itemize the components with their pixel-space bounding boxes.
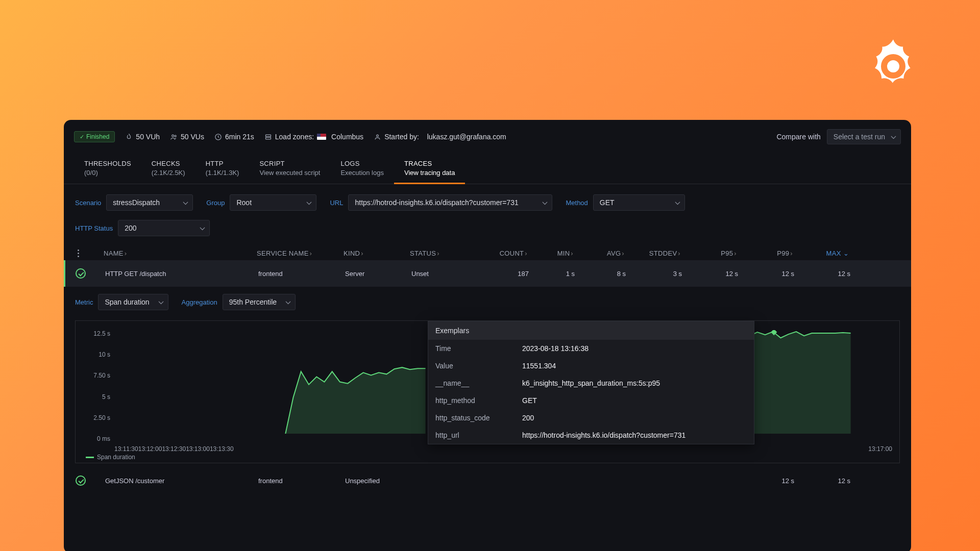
user-icon [374,133,381,141]
metric-dropdown[interactable]: Span duration [98,294,168,310]
us-flag-icon [317,134,326,140]
scenario-label: Scenario [75,199,101,207]
check-circle-icon [76,475,86,486]
method-dropdown[interactable]: GET [593,194,685,211]
svg-rect-3 [265,135,271,137]
chart[interactable]: 12.5 s 10 s 7.50 s 5 s 2.50 s 0 ms 13:11… [75,320,900,463]
col-name[interactable]: NAME [104,249,257,257]
table-menu-icon[interactable] [74,249,82,257]
method-label: Method [566,199,587,207]
top-bar: Finished 50 VUh 50 VUs 6min 21s Load zon… [64,120,911,154]
vus-stat: 50 VUs [170,133,204,141]
tooltip-header: Exemplars [428,321,754,340]
group-label: Group [206,199,225,207]
col-avg[interactable]: AVG [573,249,624,257]
table-header: NAME SERVICE NAME KIND STATUS COUNT MIN … [64,246,911,260]
tab-checks[interactable]: CHECKS(2.1K/2.5K) [141,154,195,184]
svg-point-1 [175,135,176,137]
col-count[interactable]: COUNT [471,249,527,257]
sort-desc-icon: ⌄ [843,249,849,257]
tab-thresholds[interactable]: THRESHOLDS(0/0) [74,154,141,184]
metric-label: Metric [75,298,93,306]
compare-with-label: Compare with [776,133,820,141]
scenario-dropdown[interactable]: stressDispatch [106,194,193,211]
http-status-dropdown[interactable]: 200 [118,220,210,236]
server-icon [264,133,272,141]
url-label: URL [330,199,343,207]
status-badge: Finished [74,131,115,142]
x-axis: 13:11:30 13:12:00 13:12:30 13:13:00 13:1… [114,445,892,453]
svg-rect-4 [265,137,271,139]
started-by: Started by: lukasz.gut@grafana.com [374,133,506,141]
col-min[interactable]: MIN [527,249,573,257]
url-dropdown[interactable]: https://hotrod-insights.k6.io/dispatch?c… [348,194,552,211]
grafana-logo [863,36,924,97]
users-icon [170,133,178,141]
svg-point-5 [377,135,379,137]
http-status-label: HTTP Status [75,224,113,232]
duration-stat: 6min 21s [214,133,254,141]
chart-tooltip: Exemplars Time2023-08-18 13:16:38 Value1… [428,321,754,444]
vuh-stat: 50 VUh [125,133,160,141]
group-dropdown[interactable]: Root [230,194,316,211]
y-axis: 12.5 s 10 s 7.50 s 5 s 2.50 s 0 ms [80,330,110,442]
tab-logs[interactable]: LOGSExecution logs [330,154,394,184]
tabs: THRESHOLDS(0/0) CHECKS(2.1K/2.5K) HTTP(1… [64,154,911,184]
tab-http[interactable]: HTTP(1.1K/1.3K) [195,154,250,184]
col-max[interactable]: MAX ⌄ [793,249,849,257]
svg-point-0 [172,135,174,137]
filter-bar: Scenario stressDispatch Group Root URL h… [64,184,911,246]
chart-legend: Span duration [86,454,135,461]
flame-icon [125,133,133,141]
col-p95[interactable]: P95 [680,249,737,257]
clock-icon [214,133,222,141]
select-test-run-dropdown[interactable]: Select a test run [827,129,901,144]
table-row[interactable]: GetJSON /customer frontend Unspecified 1… [64,467,911,494]
aggregation-dropdown[interactable]: 95th Percentile [223,294,296,310]
col-status[interactable]: STATUS [410,249,471,257]
metric-bar: Metric Span duration Aggregation 95th Pe… [64,287,911,317]
table-row[interactable]: HTTP GET /dispatch frontend Server Unset… [64,260,911,287]
col-p99[interactable]: P99 [737,249,793,257]
aggregation-label: Aggregation [182,298,217,306]
app-window: Finished 50 VUh 50 VUs 6min 21s Load zon… [64,120,911,551]
tab-script[interactable]: SCRIPTView executed script [249,154,330,184]
col-service[interactable]: SERVICE NAME [257,249,344,257]
tab-traces[interactable]: TRACESView tracing data [394,154,465,184]
col-stddev[interactable]: STDDEV [624,249,680,257]
check-circle-icon [76,268,86,279]
col-kind[interactable]: KIND [344,249,410,257]
load-zones: Load zones: Columbus [264,133,363,141]
